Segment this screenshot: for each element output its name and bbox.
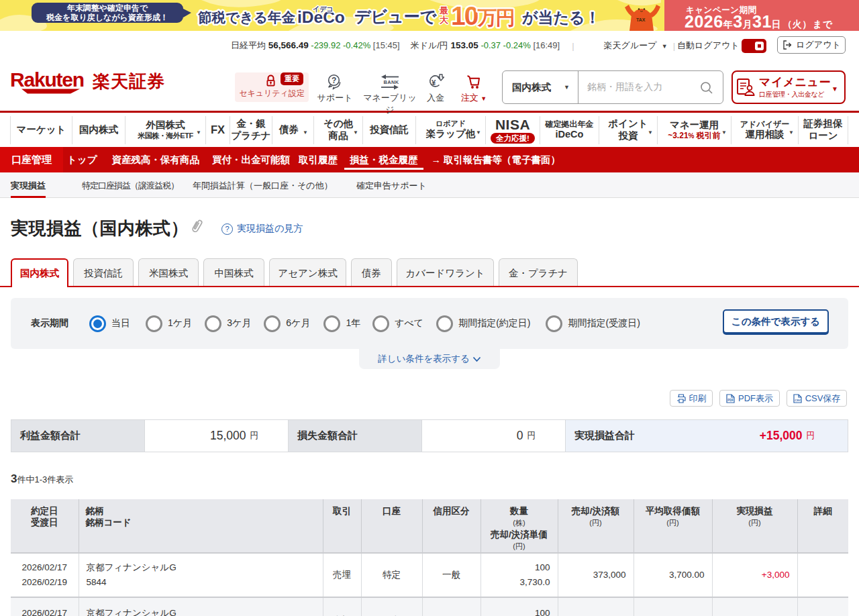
svg-text:節税できる年金: 節税できる年金 [197, 9, 295, 25]
svg-text:CSV: CSV [795, 398, 801, 401]
svg-text:楽天証券: 楽天証券 [92, 71, 165, 91]
svg-text:デビューで: デビューで [354, 7, 438, 25]
svg-text:最: 最 [439, 5, 448, 15]
svg-text:TAX: TAX [636, 17, 646, 22]
svg-text:?: ? [332, 76, 336, 85]
svg-text:BANK: BANK [384, 79, 399, 85]
svg-text:¥: ¥ [432, 79, 436, 87]
svg-text:税金を取り戻しながら資産形成！: 税金を取り戻しながら資産形成！ [46, 13, 168, 22]
svg-text:Rakuten: Rakuten [10, 69, 84, 91]
svg-text:年末調整や確定申告で: 年末調整や確定申告で [66, 3, 148, 13]
svg-text:大: 大 [440, 15, 449, 25]
svg-text:PDF: PDF [727, 398, 734, 401]
svg-text:が当たる！: が当たる！ [521, 9, 601, 26]
svg-text:イデコ: イデコ [313, 5, 334, 13]
